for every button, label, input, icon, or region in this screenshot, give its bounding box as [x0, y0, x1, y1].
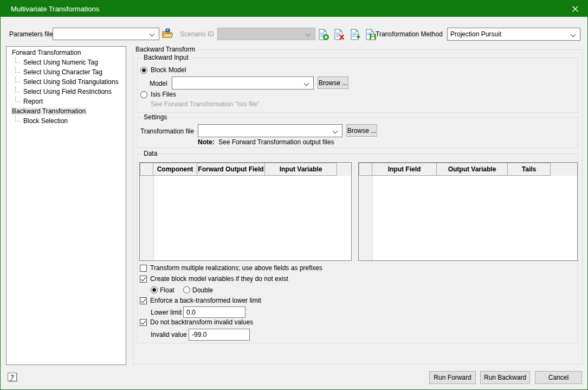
close-icon	[572, 6, 578, 12]
help-button[interactable]: ?	[8, 373, 17, 381]
titlebar: Multivariate Transformations	[1, 1, 587, 17]
column-header-tails[interactable]: Tails	[507, 163, 551, 176]
create-variables-checkbox[interactable]	[140, 276, 147, 283]
tree-connector	[15, 116, 21, 122]
delete-parameters-icon	[334, 29, 345, 40]
row-gutter	[140, 176, 154, 260]
column-header-output-variable[interactable]: Output Variable	[436, 163, 508, 176]
row-selector-header	[359, 163, 372, 176]
transformation-file-label: Transformation file	[140, 127, 194, 136]
invalid-value-label: Invalid value	[151, 331, 187, 339]
lower-limit-input[interactable]	[183, 306, 245, 318]
isis-files-radio[interactable]	[140, 91, 147, 98]
header-filler	[551, 163, 577, 176]
note-label: Note:	[198, 138, 215, 146]
tree-connector	[15, 57, 21, 63]
block-model-radio[interactable]	[140, 67, 147, 74]
create-variables-label[interactable]: Create block model variables if they do …	[150, 275, 288, 283]
model-combobox[interactable]	[172, 76, 314, 89]
scenario-id-label: Scenario ID	[180, 30, 214, 39]
parameters-file-label: Parameters file	[9, 30, 53, 39]
forward-output-table[interactable]: Component Forward Output Field Input Var…	[139, 162, 352, 261]
open-folder-icon	[161, 28, 173, 39]
block-model-radio-label[interactable]: Block Model	[151, 66, 186, 74]
chevron-down-icon	[333, 129, 338, 134]
new-parameters-button[interactable]	[318, 28, 329, 40]
header-filler	[337, 163, 351, 176]
enforce-lower-limit-label[interactable]: Enforce a back-transformed lower limit	[150, 297, 261, 305]
data-group-label: Data	[142, 150, 159, 158]
double-radio[interactable]	[183, 286, 190, 293]
chevron-down-icon	[571, 32, 576, 37]
tree-item-forward-transformation[interactable]: Forward Transformation	[7, 48, 126, 58]
chevron-down-icon	[306, 31, 311, 37]
tree-item-select-using-solid-triangulations[interactable]: Select Using Solid Triangulations	[7, 78, 126, 87]
navigation-tree: Forward Transformation Select Using Nume…	[6, 46, 126, 365]
tree-item-backward-transformation[interactable]: Backward Transformation	[7, 107, 126, 117]
enforce-lower-limit-checkbox[interactable]	[140, 297, 147, 304]
column-header-input-field[interactable]: Input Field	[372, 163, 437, 176]
tree-connector	[15, 77, 21, 82]
transformation-method-value: Projection Pursuit	[450, 30, 501, 38]
backward-input-group-label: Backward Input	[142, 54, 190, 62]
settings-group-label: Settings	[142, 113, 169, 122]
lower-limit-label: Lower limit	[151, 309, 182, 317]
no-backtransform-invalid-checkbox[interactable]	[140, 319, 147, 326]
column-header-forward-output-field[interactable]: Forward Output Field	[197, 163, 265, 176]
row-gutter	[359, 176, 373, 260]
row-selector-header	[140, 163, 153, 176]
chevron-down-icon	[150, 31, 155, 37]
transformation-file-combobox[interactable]	[198, 124, 343, 137]
isis-files-note: See Forward Transformation "Isis file"	[151, 100, 260, 108]
run-forward-button[interactable]: Run Forward	[429, 371, 476, 384]
tree-connector	[15, 87, 21, 92]
column-header-component[interactable]: Component	[153, 163, 197, 176]
help-icon: ?	[10, 374, 14, 380]
no-backtransform-invalid-label[interactable]: Do not backtransform invalid values	[150, 318, 253, 327]
float-radio-label[interactable]: Float	[160, 286, 175, 295]
window-title: Multivariate Transformations	[11, 5, 99, 13]
transformation-method-combobox[interactable]: Projection Pursuit	[447, 28, 580, 41]
dialog-window: Multivariate Transformations Parameters …	[0, 0, 588, 390]
open-parameters-button[interactable]	[161, 28, 173, 40]
save-parameters-button[interactable]	[365, 28, 377, 40]
tree-item-select-using-character-tag[interactable]: Select Using Character Tag	[7, 68, 126, 78]
delete-parameters-button[interactable]	[333, 28, 345, 40]
import-parameters-icon	[350, 29, 361, 40]
column-header-input-variable[interactable]: Input Variable	[264, 163, 337, 176]
tree-connector	[15, 97, 21, 102]
scenario-id-combobox	[217, 28, 315, 40]
tree-item-select-using-field-restrictions[interactable]: Select Using Field Restrictions	[7, 87, 126, 97]
transform-multiple-checkbox[interactable]	[140, 265, 147, 272]
transformation-method-label: Transformation Method	[376, 30, 443, 39]
save-parameters-icon	[365, 29, 377, 40]
new-parameters-icon	[318, 29, 329, 40]
close-button[interactable]	[563, 1, 587, 17]
tree-connector	[15, 67, 21, 73]
invalid-value-input[interactable]	[189, 329, 250, 341]
import-parameters-button[interactable]	[350, 28, 361, 40]
run-backward-button[interactable]: Run Backward	[480, 371, 530, 384]
transformation-file-browse-button[interactable]: Browse ...	[346, 124, 377, 137]
table-header-row: Component Forward Output Field Input Var…	[140, 163, 351, 176]
table-header-row: Input Field Output Variable Tails	[359, 163, 577, 176]
tree-item-select-using-numeric-tag[interactable]: Select Using Numeric Tag	[7, 58, 126, 68]
isis-files-radio-label[interactable]: Isis Files	[151, 91, 176, 99]
model-browse-button[interactable]: Browse ...	[318, 76, 348, 89]
tree-item-report[interactable]: Report	[7, 97, 126, 107]
tree-item-block-selection[interactable]: Block Selection	[7, 117, 126, 126]
parameters-file-combobox[interactable]	[53, 28, 159, 40]
model-label: Model	[150, 80, 167, 88]
chevron-down-icon	[304, 81, 309, 86]
note-text: See Forward Transformation output files	[218, 138, 334, 146]
cancel-button[interactable]: Cancel	[535, 371, 582, 384]
backward-transform-group-label: Backward Transform	[134, 46, 197, 54]
transform-multiple-label[interactable]: Transform multiple realizations; use abo…	[150, 264, 322, 272]
float-radio[interactable]	[151, 286, 158, 293]
double-radio-label[interactable]: Double	[192, 286, 213, 295]
backward-output-table[interactable]: Input Field Output Variable Tails	[358, 162, 578, 261]
